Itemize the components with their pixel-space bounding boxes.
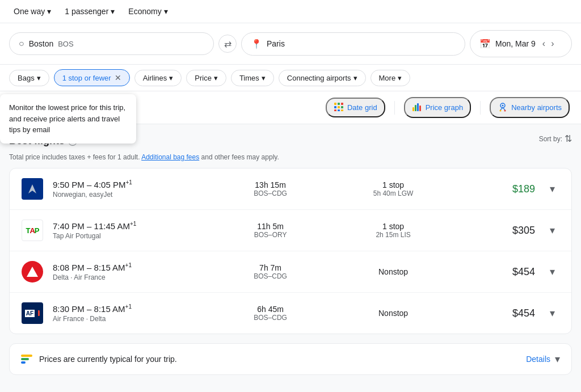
flight-expand-button[interactable]: ▾ (544, 264, 560, 280)
flight-times: 8:30 PM – 8:15 AM+1 Air France · Delta (53, 304, 204, 323)
price-filter[interactable]: Price ▾ (186, 70, 226, 86)
svg-rect-11 (417, 103, 419, 111)
flight-price: $454 (459, 307, 535, 319)
svg-point-16 (504, 110, 506, 112)
connecting-airports-label: Connecting airports (287, 74, 351, 82)
subtitle-text: Total price includes taxes + fees for 1 … (9, 153, 140, 161)
flight-expand-button[interactable]: ▾ (544, 222, 560, 238)
sort-button[interactable]: ⇅ (565, 133, 572, 144)
flight-stops: Nonstop (336, 309, 451, 318)
flights-list: 9:50 PM – 4:05 PM+1 Norwegian, easyJet 1… (9, 168, 572, 334)
svg-rect-1 (338, 103, 340, 105)
origin-input-wrap: ○ Boston BOS (9, 32, 214, 55)
additional-bag-fees-link[interactable]: Additional bag fees (141, 153, 199, 161)
flight-airline: Tap Air Portugal (53, 232, 204, 240)
svg-rect-5 (341, 106, 343, 108)
passengers-label: 1 passenger (65, 7, 108, 16)
times-filter[interactable]: Times ▾ (231, 70, 274, 86)
airline-logo-norwegian (22, 178, 43, 200)
airline-logo-tap: TAP (22, 220, 43, 241)
stops-filter[interactable]: 1 stop or fewer ✕ (54, 69, 130, 86)
date-field[interactable]: 📅 Mon, Mar 9 ‹ › (470, 30, 572, 57)
origin-circle-icon: ○ (19, 39, 24, 49)
flight-stop-detail: 2h 15m LIS (336, 231, 451, 239)
passengers-selector[interactable]: 1 passenger ▾ (60, 5, 119, 18)
flight-price-value: $189 (459, 183, 535, 195)
trip-type-label: One way (14, 7, 45, 16)
flight-duration-main: 6h 45m (213, 305, 327, 314)
nearby-airports-label: Nearby airports (511, 103, 562, 112)
airlines-filter[interactable]: Airlines ▾ (134, 70, 182, 86)
price-footer-left: Prices are currently typical for your tr… (21, 355, 177, 364)
flight-route: BOS–CDG (213, 314, 327, 322)
more-filter[interactable]: More ▾ (371, 70, 411, 86)
svg-rect-9 (412, 107, 414, 111)
price-graph-label: Price graph (426, 103, 463, 112)
flight-route: BOS–CDG (213, 272, 327, 280)
passengers-chevron: ▾ (111, 7, 115, 16)
sort-by-label: Sort by: (539, 135, 562, 143)
sort-by: Sort by: ⇅ (539, 133, 572, 144)
more-filter-label: More (379, 74, 396, 82)
svg-rect-4 (338, 106, 340, 108)
class-chevron: ▾ (164, 7, 168, 16)
connecting-airports-filter[interactable]: Connecting airports ▾ (279, 70, 366, 86)
svg-rect-8 (341, 109, 343, 111)
next-date-button[interactable]: › (549, 36, 556, 51)
flight-duration-main: 13h 15m (213, 180, 327, 189)
origin-city: Boston (29, 39, 54, 48)
stops-filter-close[interactable]: ✕ (115, 73, 121, 82)
destination-value: Paris (267, 39, 285, 48)
svg-rect-3 (334, 106, 336, 108)
origin-code: BOS (58, 40, 73, 48)
flight-stops-main: 1 stop (336, 180, 451, 189)
flight-times: 8:08 PM – 8:15 AM+1 Delta · Air France (53, 262, 204, 281)
destination-field[interactable]: 📍 Paris (241, 32, 465, 56)
flight-duration: 11h 5m BOS–ORY (213, 222, 327, 239)
svg-point-14 (502, 105, 504, 107)
svg-rect-2 (341, 103, 343, 105)
airline-logo-wrap (21, 178, 44, 200)
trip-type-selector[interactable]: One way ▾ (9, 5, 56, 18)
flight-expand-button[interactable]: ▾ (544, 305, 560, 321)
price-chevron: ▾ (214, 74, 218, 82)
flight-airline: Norwegian, easyJet (53, 191, 204, 199)
airlines-filter-label: Airlines (143, 74, 167, 82)
flight-time-main: 8:08 PM – 8:15 AM+1 (53, 262, 204, 272)
origin-field[interactable]: ○ Boston BOS (9, 32, 214, 55)
svg-rect-10 (415, 105, 416, 111)
flight-row[interactable]: TAP 7:40 PM – 11:45 AM+1 Tap Air Portuga… (10, 210, 571, 251)
svg-rect-0 (334, 103, 336, 105)
flight-duration: 6h 45m BOS–CDG (213, 305, 327, 322)
price-graph-button[interactable]: Price graph (404, 97, 471, 118)
date-nav: ‹ › (540, 36, 557, 51)
flight-row[interactable]: 8:08 PM – 8:15 AM+1 Delta · Air France 7… (10, 251, 571, 293)
destination-pin-icon: 📍 (251, 39, 262, 49)
flight-row[interactable]: AF 8:30 PM – 8:15 AM+1 Air France · Delt… (10, 293, 571, 334)
flight-duration: 13h 15m BOS–CDG (213, 180, 327, 197)
bags-filter[interactable]: Bags ▾ (9, 70, 49, 86)
search-bar: ○ Boston BOS ⇄ 📍 Paris 📅 Mon, Mar 9 ‹ › (0, 23, 581, 65)
flight-row[interactable]: 9:50 PM – 4:05 PM+1 Norwegian, easyJet 1… (10, 168, 571, 210)
flight-price-value: $454 (459, 307, 535, 319)
flight-expand-button[interactable]: ▾ (544, 181, 560, 197)
flight-duration-main: 11h 5m (213, 222, 327, 231)
swap-button[interactable]: ⇄ (218, 35, 237, 53)
price-footer: Prices are currently typical for your tr… (9, 343, 572, 375)
flight-times: 9:50 PM – 4:05 PM+1 Norwegian, easyJet (53, 179, 204, 199)
tooltip-text: Monitor the lowest price for this trip, … (9, 103, 125, 134)
nearby-airports-button[interactable]: Nearby airports (490, 97, 570, 118)
flight-duration-main: 7h 7m (213, 263, 327, 272)
airline-logo-wrap: AF (21, 302, 44, 324)
flight-price: $189 (459, 183, 535, 195)
class-selector[interactable]: Economy ▾ (124, 5, 172, 18)
times-filter-label: Times (239, 74, 259, 82)
date-value: Mon, Mar 9 (495, 39, 536, 48)
best-flights-subtext: Total price includes taxes + fees for 1 … (9, 153, 572, 161)
prev-date-button[interactable]: ‹ (540, 36, 548, 51)
flight-route: BOS–ORY (213, 231, 327, 239)
svg-point-15 (500, 110, 502, 112)
price-footer-expand[interactable]: ▾ (555, 353, 560, 365)
price-details-link[interactable]: Details (526, 355, 550, 364)
date-grid-button[interactable]: Date grid (326, 98, 385, 117)
